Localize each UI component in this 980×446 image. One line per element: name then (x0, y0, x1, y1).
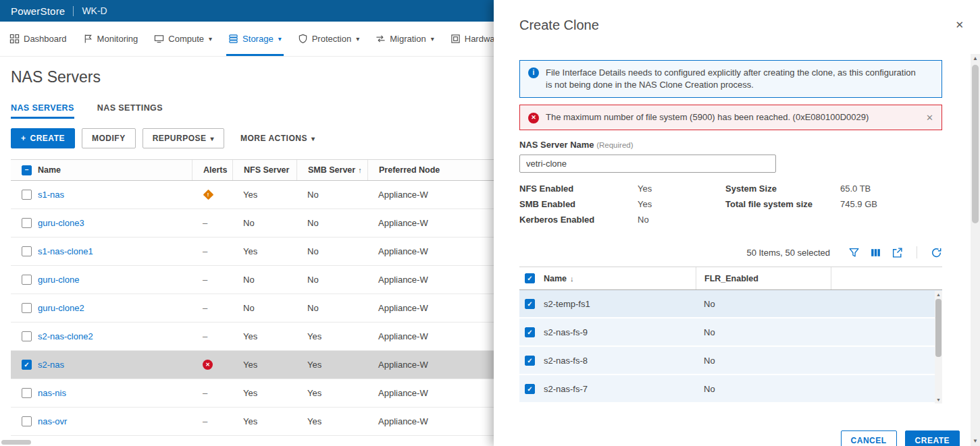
detail-value: No (638, 215, 725, 225)
fs-row[interactable]: ✓ s2-nas-fs-7 No (519, 375, 942, 403)
table-row[interactable]: nas-ovr – Yes Yes Appliance-W (11, 408, 494, 436)
smb-value: Yes (296, 360, 367, 370)
row-checkbox-checked[interactable]: ✓ (22, 360, 32, 370)
create-clone-button[interactable]: CREATE (905, 430, 960, 446)
select-all-checkbox[interactable]: – (22, 165, 32, 175)
table-row[interactable]: guru-clone – No No Appliance-W (11, 266, 494, 294)
fs-row[interactable]: ✓ s2-temp-fs1 No (519, 290, 942, 318)
scroll-up-icon[interactable]: ▲ (973, 54, 978, 63)
column-header-smb-server[interactable]: SMB Server↑ (296, 160, 367, 180)
column-header-name[interactable]: Name (38, 160, 192, 180)
nas-server-link[interactable]: s1-nas-clone1 (38, 246, 93, 256)
dismiss-error-icon[interactable]: ✕ (926, 113, 933, 123)
table-row[interactable]: s1-nas-clone1 – Yes No Appliance-W (11, 238, 494, 266)
nas-server-link[interactable]: s2-nas-clone2 (38, 331, 93, 341)
required-hint: (Required) (596, 141, 633, 149)
name-field: NAS Server Name (Required) (519, 138, 942, 173)
refresh-icon[interactable] (931, 247, 942, 258)
nas-server-link[interactable]: s2-nas (38, 360, 64, 370)
info-message: File Interface Details needs to configur… (546, 67, 924, 91)
nav-item-monitoring[interactable]: Monitoring (83, 22, 138, 56)
fs-flr-value: No (696, 384, 831, 394)
nfs-value: Yes (232, 360, 296, 370)
fs-row-checkbox-checked[interactable]: ✓ (525, 384, 535, 394)
nav-item-storage[interactable]: Storage ▾ (228, 22, 282, 56)
node-value: Appliance-W (367, 360, 494, 370)
row-checkbox[interactable] (22, 416, 32, 426)
nav-item-protection[interactable]: Protection ▾ (298, 22, 360, 56)
nav-item-migration[interactable]: Migration ▾ (376, 22, 434, 56)
nfs-value: No (232, 303, 296, 313)
fs-row[interactable]: ✓ s2-nas-fs-9 No (519, 318, 942, 347)
table-row[interactable]: s1-nas ! Yes No Appliance-W (11, 181, 494, 209)
select-all-filesystems-checkbox[interactable]: ✓ (525, 273, 535, 283)
fs-row-checkbox-checked[interactable]: ✓ (525, 327, 535, 337)
nas-server-link[interactable]: nas-ovr (38, 416, 67, 426)
scroll-up-icon[interactable]: ▲ (936, 291, 941, 298)
close-icon[interactable]: ✕ (955, 19, 964, 31)
no-alerts-dash: – (203, 331, 207, 341)
detail-value: Yes (638, 199, 725, 209)
scrollbar-thumb[interactable] (935, 299, 942, 357)
table-row[interactable]: guru-clone2 – No No Appliance-W (11, 294, 494, 323)
no-alerts-dash: – (203, 275, 207, 285)
filter-icon[interactable] (848, 247, 860, 258)
chevron-down-icon: ▾ (356, 35, 359, 43)
table-row[interactable]: guru-clone3 – No No Appliance-W (11, 209, 494, 238)
column-header-alerts[interactable]: Alerts (192, 160, 232, 180)
columns-icon[interactable] (870, 247, 881, 258)
fs-row-checkbox-checked[interactable]: ✓ (525, 356, 535, 366)
nfs-value: No (232, 275, 296, 285)
tab-nas-servers[interactable]: NAS SERVERS (11, 103, 74, 119)
create-button[interactable]: +CREATE (11, 128, 75, 148)
nfs-value: Yes (232, 388, 296, 398)
nas-server-link[interactable]: guru-clone3 (38, 218, 84, 228)
nas-server-link[interactable]: nas-nis (38, 388, 66, 398)
cluster-name: WK-D (82, 5, 107, 16)
column-header-nfs-server[interactable]: NFS Server (232, 160, 296, 180)
panel-scrollbar[interactable]: ▲ ▼ (971, 54, 980, 446)
column-header-preferred-node[interactable]: Preferred Node (367, 160, 494, 180)
nas-server-link[interactable]: guru-clone2 (38, 303, 84, 313)
nas-server-link[interactable]: guru-clone (38, 275, 79, 285)
table-row[interactable]: nas-nis – Yes Yes Appliance-W (11, 379, 494, 408)
fs-table-scrollbar[interactable]: ▲ ▼ (935, 291, 942, 403)
nav-item-compute[interactable]: Compute ▾ (154, 22, 212, 56)
detail-value: Yes (638, 184, 725, 194)
row-checkbox[interactable] (22, 246, 32, 256)
row-checkbox[interactable] (22, 388, 32, 398)
row-checkbox[interactable] (22, 303, 32, 313)
cancel-button[interactable]: CANCEL (841, 430, 897, 446)
export-icon[interactable] (892, 247, 903, 258)
table-row[interactable]: s2-nas-clone2 – Yes Yes Appliance-W (11, 323, 494, 351)
sort-desc-icon: ↓ (570, 275, 574, 283)
fs-row[interactable]: ✓ s2-nas-fs-8 No (519, 347, 942, 375)
row-checkbox[interactable] (22, 275, 32, 285)
nav-item-dashboard[interactable]: Dashboard (9, 22, 67, 56)
scroll-down-icon[interactable]: ▼ (973, 437, 978, 446)
node-value: Appliance-W (367, 218, 494, 228)
tab-nas-settings[interactable]: NAS SETTINGS (97, 103, 163, 119)
fs-name: s2-temp-fs1 (544, 299, 696, 309)
row-checkbox[interactable] (22, 218, 32, 228)
filesystem-toolbar: 50 Items, 50 selected (519, 246, 942, 258)
row-checkbox[interactable] (22, 331, 32, 341)
fs-column-header-empty (831, 267, 942, 289)
modify-button[interactable]: MODIFY (82, 128, 136, 148)
fs-column-header-name[interactable]: Name↓ (544, 267, 696, 289)
brand-logo[interactable]: PowerStore (11, 5, 65, 17)
fs-column-header-flr[interactable]: FLR_Enabled (696, 267, 831, 289)
scroll-down-icon[interactable]: ▼ (936, 396, 941, 403)
nas-server-link[interactable]: s1-nas (38, 190, 64, 200)
scrollbar-thumb[interactable] (972, 65, 979, 223)
node-value: Appliance-W (367, 246, 494, 256)
horizontal-scrollbar[interactable] (1, 440, 31, 445)
nas-server-name-input[interactable] (519, 155, 776, 173)
fs-row-checkbox-checked[interactable]: ✓ (525, 299, 535, 309)
row-checkbox[interactable] (22, 190, 32, 200)
table-row-selected[interactable]: ✓ s2-nas ✕ Yes Yes Appliance-W (11, 351, 494, 379)
nav-label: Dashboard (24, 34, 67, 44)
more-actions-button[interactable]: MORE ACTIONS▾ (231, 128, 324, 148)
repurpose-button[interactable]: REPURPOSE▾ (143, 128, 224, 148)
node-value: Appliance-W (367, 416, 494, 426)
